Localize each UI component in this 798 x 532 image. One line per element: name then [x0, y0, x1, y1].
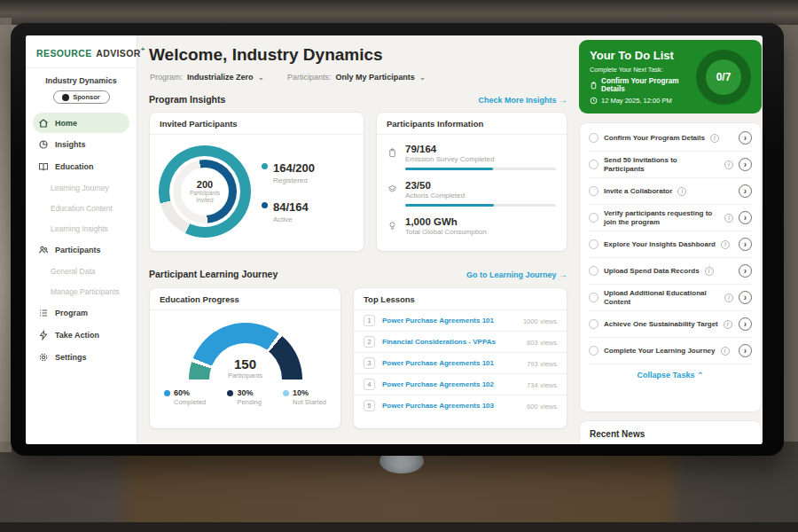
task-checkbox[interactable]	[589, 239, 598, 249]
program-insights-header: Program Insights Check More Insights →	[149, 94, 567, 105]
task-checkbox[interactable]	[589, 160, 598, 169]
bulb-icon	[387, 216, 398, 236]
sidebar-item-label: Take Action	[55, 331, 99, 340]
org-name: Industry Dynamics	[26, 76, 137, 85]
sidebar-item-participants[interactable]: Participants	[26, 239, 137, 261]
todo-panel: Your To Do List Complete Your Next Task:…	[579, 40, 762, 444]
info-icon[interactable]: i	[721, 240, 730, 249]
lesson-row[interactable]: 4 Power Purchase Agreements 102 734 view…	[354, 373, 567, 395]
collapse-tasks-link[interactable]: Collapse Tasks ⌃	[589, 364, 752, 385]
task-checkbox[interactable]	[589, 319, 598, 329]
lesson-row[interactable]: 3 Power Purchase Agreements 101 793 view…	[354, 352, 567, 373]
recent-news-card: Recent News	[579, 420, 762, 444]
participants-info-body: 79/164 Emission Survey Completed 23/50 A…	[377, 135, 567, 245]
learning-journey-header: Participant Learning Journey Go to Learn…	[149, 269, 567, 279]
sidebar-item-manage-participants[interactable]: Manage Participants	[26, 281, 137, 301]
stat-emission-survey: 79/164 Emission Survey Completed	[387, 144, 556, 170]
lesson-views: 734	[527, 381, 538, 389]
main-content: Welcome, Industry Dynamics Program: Indu…	[137, 35, 574, 444]
chevron-right-icon[interactable]: ›	[739, 264, 752, 278]
chevron-right-icon[interactable]: ›	[739, 238, 752, 251]
todo-due-date: 12 May 2025, 12:00 PM	[601, 97, 672, 105]
legend-pct: 60%	[174, 388, 190, 397]
chevron-right-icon[interactable]: ›	[739, 211, 752, 224]
info-icon[interactable]: i	[724, 160, 733, 169]
sidebar-item-settings[interactable]: Settings	[26, 346, 137, 368]
lesson-title-link[interactable]: Power Purchase Agreements 103	[382, 402, 520, 410]
chevron-right-icon[interactable]: ›	[739, 184, 752, 198]
info-icon[interactable]: i	[724, 320, 732, 329]
task-row[interactable]: Invite a Collaborator i ›	[589, 178, 752, 205]
clock-icon	[590, 97, 598, 105]
task-checkbox[interactable]	[589, 346, 598, 356]
task-row[interactable]: Explore Your Insights Dashboard i ›	[589, 231, 752, 258]
chevron-right-icon[interactable]: ›	[739, 317, 752, 331]
sidebar-item-general-data[interactable]: General Data	[26, 261, 137, 281]
task-row[interactable]: Achieve One Sustainability Target i ›	[589, 311, 752, 338]
sidebar-item-education[interactable]: Education	[26, 155, 137, 177]
chevron-right-icon[interactable]: ›	[739, 158, 752, 171]
chevron-down-icon[interactable]: ⌄	[419, 74, 426, 80]
education-gauge-chart: 150 Participants	[189, 323, 302, 379]
task-checkbox[interactable]	[589, 133, 598, 143]
sidebar-item-label: Manage Participants	[51, 287, 120, 296]
task-row[interactable]: Send 50 Invitations to Participants i ›	[589, 152, 752, 178]
chevron-right-icon[interactable]: ›	[739, 344, 752, 357]
task-label: Explore Your Insights Dashboard	[604, 240, 716, 249]
sidebar-item-education-content[interactable]: Education Content	[26, 198, 137, 218]
top-lessons-card: Top Lessons 1 Power Purchase Agreements …	[353, 287, 567, 429]
survey-clipboard-icon	[387, 144, 398, 170]
dark-dot-icon	[227, 390, 233, 396]
stat-actions-completed: 23/50 Actions Completed	[387, 180, 556, 207]
progress-bar	[405, 168, 556, 170]
legend-label: Active	[273, 215, 309, 223]
program-filter[interactable]: Program: Industrialize Zero ⌄	[150, 73, 264, 82]
sidebar: RESOURCE ADVISOR+ Industry Dynamics Spon…	[26, 35, 137, 444]
task-checkbox[interactable]	[589, 213, 598, 223]
info-icon[interactable]: i	[710, 134, 719, 143]
lesson-row[interactable]: 2 Financial Considerations - VPPAs 803 v…	[354, 331, 567, 352]
sidebar-item-take-action[interactable]: Take Action	[26, 324, 137, 346]
chevron-right-icon[interactable]: ›	[739, 131, 752, 145]
info-icon[interactable]: i	[677, 187, 686, 196]
info-icon[interactable]: i	[705, 267, 714, 276]
info-icon[interactable]: i	[721, 347, 730, 356]
check-more-insights-link[interactable]: Check More Insights →	[478, 95, 567, 105]
sidebar-item-home[interactable]: Home	[33, 113, 129, 133]
task-checkbox[interactable]	[589, 186, 598, 196]
sponsor-badge[interactable]: Sponsor	[53, 90, 110, 104]
sidebar-item-insights[interactable]: Insights	[26, 133, 137, 155]
task-checkbox[interactable]	[589, 266, 598, 276]
go-to-learning-journey-link[interactable]: Go to Learning Journey →	[466, 270, 567, 279]
lesson-title-link[interactable]: Power Purchase Agreements 101	[382, 359, 520, 367]
sidebar-item-learning-journey[interactable]: Learning Journey	[26, 177, 137, 198]
chevron-down-icon[interactable]: ⌄	[258, 74, 265, 80]
legend-label: Completed	[174, 398, 206, 406]
stat-total-consumption: 1,000 GWh Total Global Consumption	[387, 216, 556, 236]
sidebar-item-learning-insights[interactable]: Learning Insights	[26, 218, 137, 239]
lesson-row[interactable]: 1 Power Purchase Agreements 101 1000 vie…	[354, 310, 567, 331]
lesson-row[interactable]: 5 Power Purchase Agreements 103 600 view…	[354, 395, 567, 416]
legend-value: 164/200	[273, 161, 315, 175]
invited-participants-card: Invited Participants 200 Participants In…	[149, 112, 364, 252]
lesson-title-link[interactable]: Financial Considerations - VPPAs	[382, 338, 520, 346]
task-row[interactable]: Upload Spend Data Records i ›	[589, 258, 752, 285]
lesson-title-link[interactable]: Power Purchase Agreements 101	[382, 317, 516, 325]
lesson-title-link[interactable]: Power Purchase Agreements 102	[382, 380, 520, 388]
sidebar-item-program[interactable]: Program	[26, 301, 137, 324]
task-checkbox[interactable]	[589, 293, 598, 302]
clipboard-icon	[590, 82, 598, 90]
brand-logo[interactable]: RESOURCE ADVISOR+	[26, 35, 137, 68]
views-label: views	[540, 360, 557, 368]
info-icon[interactable]: i	[724, 293, 733, 302]
program-filter-value: Industrialize Zero	[187, 73, 254, 82]
participants-filter[interactable]: Participants: Only My Participants ⌄	[287, 73, 426, 82]
views-label: views	[540, 381, 557, 389]
chevron-right-icon[interactable]: ›	[739, 291, 752, 304]
task-row[interactable]: Verify participants requesting to join t…	[589, 205, 752, 231]
task-row[interactable]: Upload Additional Educational Content i …	[589, 285, 752, 311]
lesson-views: 1000	[523, 317, 538, 325]
task-row[interactable]: Confirm Your Program Details i ›	[589, 125, 752, 152]
info-icon[interactable]: i	[724, 214, 733, 223]
task-row[interactable]: Complete Your Learning Journey i ›	[589, 338, 752, 364]
